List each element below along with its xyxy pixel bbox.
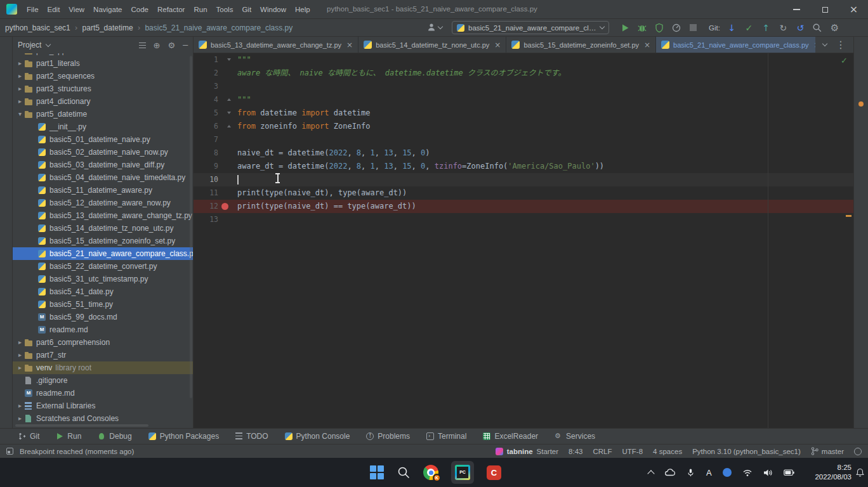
tree-row[interactable]: ▸ part2_sequences [13, 70, 193, 82]
code-line[interactable]: 4""" [194, 93, 853, 107]
tree-row[interactable]: basic5_99_docs.md [13, 311, 193, 323]
menu-item[interactable]: Refactor [153, 4, 189, 15]
code-line[interactable]: 13 [194, 213, 853, 226]
menu-item[interactable]: Edit [43, 4, 65, 15]
tool-window-button[interactable]: Problems [358, 432, 418, 441]
tree-chevron-icon[interactable]: ▸ [16, 361, 24, 374]
tree-row[interactable]: .gitignore [13, 374, 193, 387]
menu-item[interactable]: File [22, 4, 43, 15]
minimize-button[interactable] [782, 0, 811, 19]
menu-item[interactable]: Run [189, 4, 211, 15]
panel-settings-icon[interactable]: ⚙ [168, 41, 176, 50]
tree-row[interactable]: basic5_04_datetime_naive_timedelta.py [13, 171, 193, 184]
tree-chevron-icon[interactable]: ▸ [16, 399, 24, 412]
tree-row[interactable]: basic5_14_datetime_tz_none_utc.py [13, 222, 193, 235]
hide-panel-icon[interactable]: ─ [183, 41, 188, 50]
editor-tab[interactable]: basic5_13_datetime_aware_change_tz.py × [194, 37, 358, 53]
red-c-app-icon[interactable]: C [487, 465, 501, 480]
tab-list-chevron-icon[interactable] [822, 41, 827, 46]
tree-row[interactable]: ▸ part1_literals [13, 57, 193, 70]
tree-row[interactable]: basic5_21_naive_aware_compare_class.py [13, 247, 193, 260]
tab-options-icon[interactable]: ⋮ [836, 39, 846, 51]
chrome-icon[interactable]: K [423, 465, 438, 480]
fold-marker-icon[interactable] [227, 112, 231, 114]
menu-item[interactable]: Tools [212, 4, 238, 15]
tree-row[interactable]: basic5_31_utc_timestamp.py [13, 273, 193, 285]
editor-tab[interactable]: basic5_15_datetime_zoneinfo_set.py × [506, 37, 656, 53]
tree-row[interactable]: basic5_13_datetime_aware_change_tz.py [13, 209, 193, 222]
close-button[interactable]: × [839, 0, 868, 19]
tab-close-icon[interactable]: × [494, 41, 501, 49]
git-commit-button[interactable]: ✓ [744, 22, 754, 33]
maximize-button[interactable] [811, 0, 839, 19]
tree-chevron-icon[interactable]: ▸ [16, 57, 24, 70]
tool-window-button[interactable]: Git [10, 432, 48, 441]
ime-indicator[interactable]: A [706, 468, 712, 477]
stop-button[interactable] [688, 22, 699, 33]
blue-status-icon[interactable] [723, 468, 732, 477]
gutter[interactable]: 10 [194, 173, 233, 186]
tree-row[interactable]: basic5_01_datetime_naive.py [13, 133, 193, 146]
status-segment[interactable]: UTF-8 [622, 448, 643, 455]
onedrive-cloud-icon[interactable] [664, 468, 675, 477]
tool-window-button[interactable]: Python Console [277, 432, 358, 441]
expand-collapse-icon[interactable] [139, 42, 146, 48]
tree-chevron-icon[interactable]: ▸ [16, 82, 24, 95]
tree-chevron-icon[interactable]: ▸ [16, 53, 24, 57]
tree-chevron-icon[interactable]: ▸ [16, 412, 24, 423]
status-notification-icon[interactable] [854, 448, 862, 455]
tree-row[interactable]: basic5_15_datetime_zoneinfo_set.py [13, 235, 193, 247]
tool-window-button[interactable]: Terminal [418, 432, 475, 441]
code-line[interactable]: 9aware_dt = datetime(2022, 8, 1, 13, 15,… [194, 160, 853, 173]
gutter[interactable]: 9 [194, 160, 233, 173]
taskbar-clock[interactable]: 8:25 2022/08/03 [815, 463, 852, 482]
pycharm-taskbar-button[interactable]: PC [451, 461, 474, 484]
tool-window-button[interactable]: TODO [227, 432, 276, 441]
fold-marker-icon[interactable] [227, 58, 231, 61]
tree-row[interactable]: ▸ part4_dictionary [13, 95, 193, 108]
menu-item[interactable]: Help [291, 4, 315, 15]
gutter[interactable]: 4 [194, 93, 233, 107]
run-configuration-select[interactable]: basic5_21_naive_aware_compare_class [452, 21, 609, 34]
menu-item[interactable]: Navigate [89, 4, 126, 15]
git-update-button[interactable]: ↓ [727, 22, 737, 33]
tree-row[interactable]: readme.md [13, 387, 193, 399]
menu-item[interactable]: Window [256, 4, 291, 15]
menu-item[interactable]: View [64, 4, 89, 15]
error-stripe-mark[interactable] [846, 215, 852, 217]
tool-window-button[interactable]: Run [48, 432, 89, 441]
git-history-button[interactable]: ↻ [778, 22, 789, 33]
project-panel-title[interactable]: Project [18, 41, 41, 49]
breadcrumb-file[interactable]: basic5_21_naive_aware_compare_class.py [145, 23, 293, 32]
profiler-button[interactable] [671, 22, 681, 33]
menu-item[interactable]: Code [126, 4, 153, 15]
status-segment[interactable]: 8:43 [569, 448, 582, 455]
tree-row[interactable]: basic5_12_datetime_aware_now.py [13, 197, 193, 209]
status-segment[interactable]: CRLF [593, 448, 612, 455]
tool-window-button[interactable]: Python Packages [140, 432, 227, 441]
tree-row[interactable]: ▸ Scratches and Consoles [13, 412, 193, 423]
tree-row[interactable]: ▸ part3_structures [13, 82, 193, 95]
code-line[interactable]: 7 [194, 133, 853, 146]
battery-icon[interactable] [784, 469, 794, 476]
menu-item[interactable]: Git [237, 4, 256, 15]
undo-button[interactable]: ↺ [795, 22, 806, 33]
inspection-ok-icon[interactable]: ✓ [841, 56, 848, 65]
code-line[interactable]: 8naive_dt = datetime(2022, 8, 1, 13, 15,… [194, 146, 853, 160]
gutter[interactable]: 1 [194, 53, 233, 67]
tree-row[interactable]: basic5_02_datetime_naive_now.py [13, 146, 193, 159]
code-editor[interactable]: 1"""2aware な時間、 naive な時間ともに、 datetime.d… [194, 53, 853, 428]
gutter[interactable]: 3 [194, 80, 233, 93]
user-account-button[interactable] [426, 22, 442, 32]
tree-chevron-icon[interactable]: ▸ [16, 349, 24, 361]
tree-chevron-icon[interactable]: ▸ [16, 95, 24, 108]
project-horizontal-scrollbar[interactable] [15, 424, 148, 427]
status-segment[interactable]: Python 3.10 (python_basic_sec1) [692, 448, 801, 455]
tree-chevron-icon[interactable]: ▸ [16, 336, 24, 349]
breadcrumb-project[interactable]: python_basic_sec1 [5, 23, 70, 32]
tree-row[interactable]: ▸ part6_comprehension [13, 336, 193, 349]
tabnine-widget[interactable]: tabnine Starter [496, 448, 558, 455]
volume-icon[interactable] [763, 469, 773, 477]
status-message[interactable]: Breakpoint reached (moments ago) [20, 448, 134, 455]
fold-marker-icon[interactable] [227, 125, 231, 127]
